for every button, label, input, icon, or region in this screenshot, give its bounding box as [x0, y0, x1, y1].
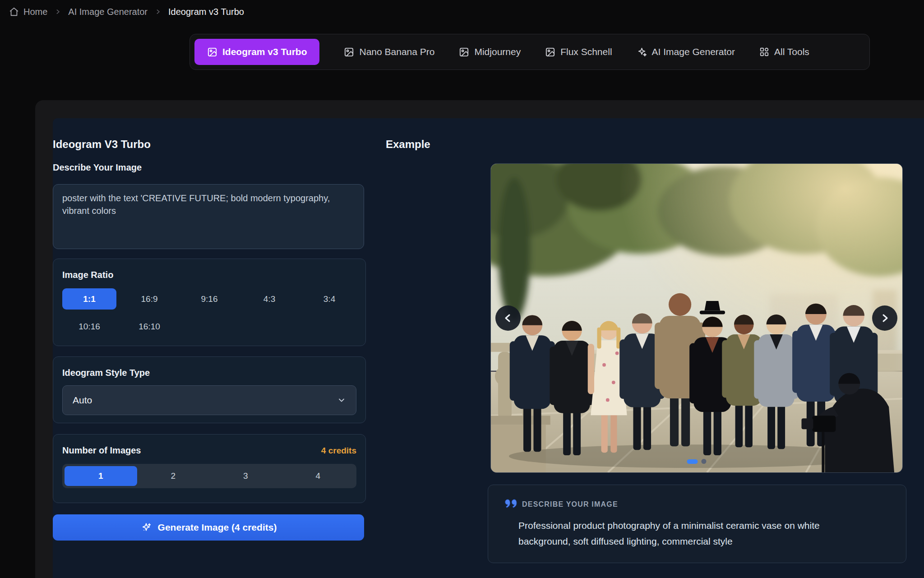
chevron-right-icon	[55, 9, 61, 15]
quote-icon	[504, 499, 518, 510]
tab-all-tools[interactable]: All Tools	[759, 46, 809, 57]
num-images-label: Number of Images	[62, 445, 141, 456]
tab-ai-image-generator[interactable]: AI Image Generator	[637, 46, 735, 57]
page: Home AI Image Generator Ideogram v3 Turb…	[0, 0, 924, 578]
tab-ideogram-v3-turbo[interactable]: Ideogram v3 Turbo	[194, 39, 319, 65]
tab-nano-banana-pro[interactable]: Nano Banana Pro	[344, 46, 434, 57]
example-carousel	[490, 163, 903, 473]
sparkles-icon	[140, 522, 152, 533]
image-icon	[344, 47, 354, 57]
home-icon	[9, 7, 19, 17]
style-type-value: Auto	[73, 395, 92, 406]
ratio-9-16-button[interactable]: 9:16	[182, 288, 236, 310]
carousel-prev-button[interactable]	[495, 305, 521, 331]
example-title: Example	[386, 138, 430, 151]
carousel-dots	[687, 459, 707, 464]
num-images-2-button[interactable]: 2	[137, 466, 210, 486]
num-images-3-button[interactable]: 3	[209, 466, 282, 486]
ratio-16-10-button[interactable]: 16:10	[122, 316, 176, 337]
num-images-1-button[interactable]: 1	[65, 466, 137, 486]
image-ratio-label: Image Ratio	[62, 270, 356, 280]
example-photo	[491, 164, 902, 472]
example-prompt-heading: DESCRIBE YOUR IMAGE	[522, 500, 618, 509]
example-prompt-text: Professional product photography of a mi…	[518, 518, 871, 549]
generate-image-button[interactable]: Generate Image (4 credits)	[53, 514, 364, 541]
main-card: Ideogram V3 Turbo Describe Your Image po…	[35, 100, 924, 578]
breadcrumb: Home AI Image Generator Ideogram v3 Turb…	[9, 5, 244, 19]
tab-flux-schnell[interactable]: Flux Schnell	[545, 46, 612, 57]
credits-badge: 4 credits	[321, 446, 356, 456]
chevron-left-icon	[503, 313, 513, 324]
prompt-textarea[interactable]: poster with the text 'CREATIVE FUTURE; b…	[53, 184, 364, 249]
num-images-4-button[interactable]: 4	[282, 466, 355, 486]
breadcrumb-current: Ideogram v3 Turbo	[168, 7, 244, 17]
carousel-dot-2[interactable]	[702, 459, 707, 464]
breadcrumb-ai-image-generator[interactable]: AI Image Generator	[68, 7, 148, 17]
breadcrumb-home-label: Home	[23, 7, 47, 17]
sparkles-icon	[637, 47, 647, 57]
carousel-next-button[interactable]	[872, 305, 897, 331]
image-ratio-section: Image Ratio 1:1 16:9 9:16 4:3 3:4 10:16 …	[53, 259, 366, 346]
style-type-section: Ideogram Style Type Auto	[53, 356, 366, 423]
image-icon	[545, 47, 555, 57]
grid-icon	[759, 47, 769, 57]
generate-image-label: Generate Image (4 credits)	[158, 522, 277, 533]
chevron-right-icon	[155, 9, 161, 15]
example-prompt-card: DESCRIBE YOUR IMAGE Professional product…	[488, 485, 906, 563]
chevron-right-icon	[879, 313, 890, 324]
carousel-dot-1[interactable]	[687, 459, 698, 464]
num-images-section: Number of Images 4 credits 1 2 3 4	[53, 434, 366, 503]
image-icon	[459, 47, 469, 57]
page-title: Ideogram V3 Turbo	[53, 138, 151, 151]
tab-midjourney[interactable]: Midjourney	[459, 46, 521, 57]
image-icon	[207, 47, 217, 57]
image-ratio-options: 1:1 16:9 9:16 4:3 3:4 10:16 16:10	[62, 288, 356, 337]
breadcrumb-home[interactable]: Home	[9, 7, 47, 17]
prompt-label: Describe Your Image	[53, 162, 142, 173]
chevron-down-icon	[337, 396, 346, 405]
ratio-1-1-button[interactable]: 1:1	[62, 288, 116, 310]
ratio-3-4-button[interactable]: 3:4	[302, 288, 356, 310]
num-images-options: 1 2 3 4	[62, 464, 356, 488]
ratio-4-3-button[interactable]: 4:3	[242, 288, 296, 310]
ratio-16-9-button[interactable]: 16:9	[122, 288, 176, 310]
tool-panel: Ideogram V3 Turbo Describe Your Image po…	[53, 118, 924, 578]
model-tabbar: Ideogram v3 Turbo Nano Banana Pro Midjou…	[189, 34, 870, 70]
style-type-label: Ideogram Style Type	[62, 368, 356, 378]
ratio-10-16-button[interactable]: 10:16	[62, 316, 116, 337]
style-type-select[interactable]: Auto	[62, 385, 356, 415]
